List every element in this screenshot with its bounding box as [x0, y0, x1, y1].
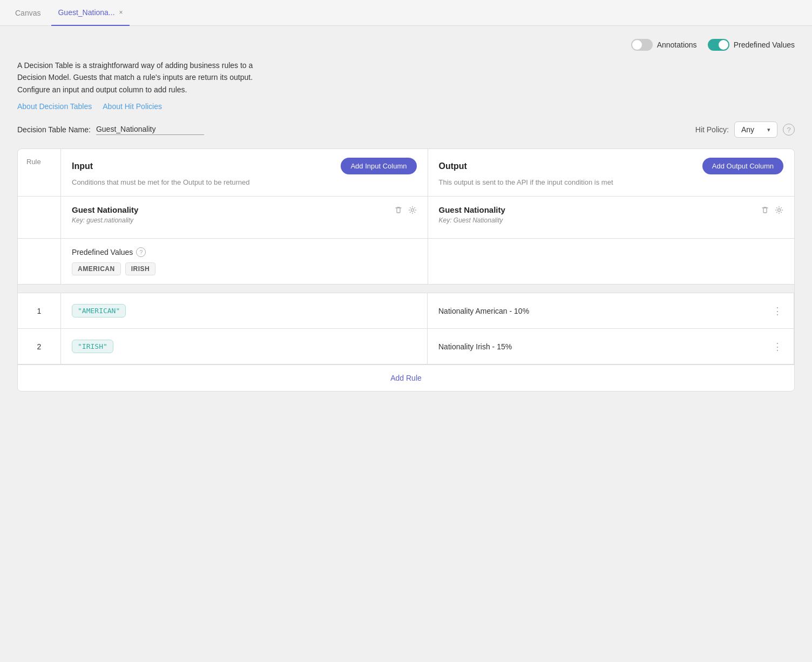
table-row: 1 "AMERICAN" Nationality American - 10% …: [18, 293, 794, 329]
add-output-column-button[interactable]: Add Output Column: [702, 158, 783, 174]
output-col-name: Guest Nationality: [439, 205, 505, 214]
input-header-top: Input Add Input Column: [72, 158, 417, 174]
output-col-settings-icon[interactable]: [775, 206, 783, 214]
main-content: Annotations Predefined Values A Decision…: [0, 26, 812, 662]
description-text: A Decision Table is a straightforward wa…: [17, 59, 276, 96]
output-col-delete-icon[interactable]: [761, 206, 769, 214]
input-data-cell-2[interactable]: "IRISH": [61, 329, 428, 364]
output-predefined-cell-empty: [428, 239, 795, 284]
input-col-settings-icon[interactable]: [408, 206, 417, 214]
rule-col-empty: [18, 197, 61, 238]
about-hit-policies-link[interactable]: About Hit Policies: [103, 102, 162, 111]
table-spacer: [18, 285, 794, 293]
input-col-header: Input Add Input Column Conditions that m…: [61, 149, 428, 196]
annotations-toggle[interactable]: [631, 39, 653, 51]
predefined-values-toggle-item: Predefined Values: [708, 39, 795, 51]
rule-num-2: 2: [18, 329, 61, 364]
decision-table: Rule Input Add Input Column Conditions t…: [17, 148, 795, 391]
name-left: Decision Table Name: Guest_Nationality: [17, 125, 204, 135]
predefined-cell: Predefined Values ? AMERICAN IRISH: [61, 239, 428, 284]
predefined-tag-irish: IRISH: [125, 262, 156, 275]
annotations-label: Annotations: [657, 40, 697, 49]
output-col-def: Guest Nationality: [428, 197, 795, 238]
rule-num-1: 1: [18, 293, 61, 328]
add-input-column-button[interactable]: Add Input Column: [341, 158, 416, 174]
col-def-row: Guest Nationality: [18, 197, 794, 239]
output-data-cell-2[interactable]: Nationality Irish - 15% ⋮: [428, 329, 794, 364]
input-col-title: Input: [72, 161, 93, 171]
output-col-desc: This output is sent to the API if the in…: [439, 178, 784, 187]
predefined-label: Predefined Values ?: [72, 247, 417, 257]
output-data-cell-1[interactable]: Nationality American - 10% ⋮: [428, 293, 794, 328]
tab-close-icon[interactable]: ×: [119, 9, 123, 16]
tab-guest-nationality[interactable]: Guest_Nationa... ×: [51, 0, 129, 26]
output-col-header: Output Add Output Column This output is …: [428, 149, 795, 196]
predefined-tag-american: AMERICAN: [72, 262, 121, 275]
hit-policy-value: Any: [741, 125, 754, 134]
about-decision-tables-link[interactable]: About Decision Tables: [17, 102, 92, 111]
annotations-toggle-item: Annotations: [631, 39, 697, 51]
input-col-actions: [394, 206, 417, 214]
input-value-chip-2: "IRISH": [72, 340, 113, 353]
hit-policy-help-icon[interactable]: ?: [783, 124, 795, 136]
tab-canvas[interactable]: Canvas: [9, 9, 47, 17]
table-name-value[interactable]: Guest_Nationality: [96, 125, 204, 135]
predefined-tags: AMERICAN IRISH: [72, 262, 417, 275]
hit-policy-label: Hit Policy:: [695, 125, 729, 134]
predefined-values-label: Predefined Values: [734, 40, 795, 49]
predefined-row: Predefined Values ? AMERICAN IRISH: [18, 239, 794, 285]
hit-policy-select[interactable]: Any ▾: [734, 121, 777, 138]
predefined-rule-empty: [18, 239, 61, 284]
output-col-name-row: Guest Nationality: [439, 205, 784, 214]
output-col-actions: [761, 206, 783, 214]
chevron-down-icon: ▾: [767, 126, 770, 133]
output-text-1: Nationality American - 10%: [438, 307, 529, 315]
input-col-key: Key: guest.nationality: [72, 217, 417, 224]
tab-bar: Canvas Guest_Nationa... ×: [0, 0, 812, 26]
output-text-2: Nationality Irish - 15%: [438, 342, 512, 351]
predefined-help-icon[interactable]: ?: [136, 247, 146, 257]
input-col-def: Guest Nationality: [61, 197, 428, 238]
annotations-toggle-knob: [632, 40, 642, 50]
table-name-label: Decision Table Name:: [17, 125, 91, 134]
table-header-row: Rule Input Add Input Column Conditions t…: [18, 149, 794, 197]
input-col-delete-icon[interactable]: [394, 206, 403, 214]
predefined-values-toggle-knob: [719, 40, 728, 50]
input-col-name-row: Guest Nationality: [72, 205, 417, 214]
name-row: Decision Table Name: Guest_Nationality H…: [17, 121, 795, 138]
output-col-title: Output: [439, 161, 467, 171]
table-row: 2 "IRISH" Nationality Irish - 15% ⋮: [18, 329, 794, 364]
input-col-name: Guest Nationality: [72, 205, 138, 214]
row-2-menu-icon[interactable]: ⋮: [773, 341, 783, 353]
output-col-key: Key: Guest Nationality: [439, 217, 784, 224]
svg-point-1: [778, 208, 781, 211]
predefined-values-toggle[interactable]: [708, 39, 729, 51]
input-col-desc: Conditions that must be met for the Outp…: [72, 178, 417, 187]
row-1-menu-icon[interactable]: ⋮: [773, 305, 783, 317]
output-header-top: Output Add Output Column: [439, 158, 784, 174]
top-controls: Annotations Predefined Values: [17, 39, 795, 51]
rule-col-header: Rule: [18, 149, 61, 196]
hit-policy-row: Hit Policy: Any ▾ ?: [695, 121, 795, 138]
add-rule-link[interactable]: Add Rule: [390, 374, 422, 382]
input-value-chip-1: "AMERICAN": [72, 304, 126, 318]
input-data-cell-1[interactable]: "AMERICAN": [61, 293, 428, 328]
svg-point-0: [411, 208, 414, 211]
links: About Decision Tables About Hit Policies: [17, 102, 795, 111]
add-rule-row: Add Rule: [18, 364, 794, 391]
